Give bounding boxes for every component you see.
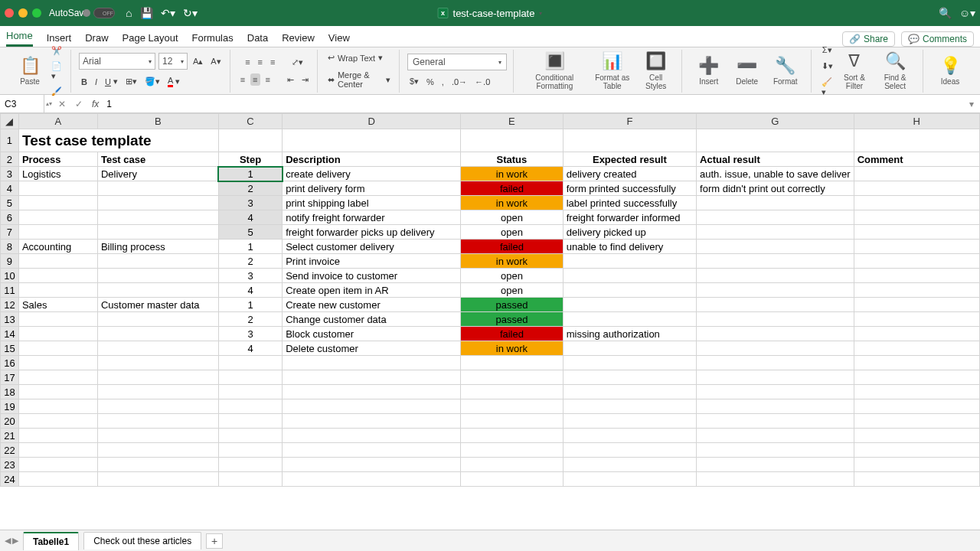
column-header[interactable]: Status [461, 152, 564, 167]
delete-cells-button[interactable]: ➖Delete [728, 56, 766, 86]
cell-description[interactable]: print delivery form [283, 181, 461, 196]
tab-data[interactable]: Data [247, 29, 268, 47]
col-header-A[interactable]: A [18, 114, 97, 129]
comma-icon[interactable]: , [439, 76, 446, 88]
tab-draw[interactable]: Draw [85, 29, 108, 47]
cell-actual[interactable]: auth. issue, unable to save deliver [697, 167, 854, 181]
cell-status[interactable]: passed [461, 298, 564, 312]
align-bottom-icon[interactable]: ≡ [268, 56, 277, 68]
bold-button[interactable]: B [79, 76, 90, 88]
account-icon[interactable]: ☺▾ [959, 7, 975, 19]
cell-step[interactable]: 2 [218, 181, 282, 196]
align-right-icon[interactable]: ≡ [263, 73, 273, 86]
format-cells-button[interactable]: 🔧Format [766, 56, 805, 86]
cell[interactable] [697, 385, 854, 399]
row-header-23[interactable]: 23 [1, 458, 19, 472]
cell-expected[interactable]: delivery picked up [563, 225, 696, 240]
cell-testcase[interactable] [97, 327, 218, 341]
cell[interactable] [18, 443, 97, 458]
cell[interactable] [283, 429, 461, 443]
cell-testcase[interactable] [97, 283, 218, 298]
row-header-10[interactable]: 10 [1, 269, 19, 283]
row-header-20[interactable]: 20 [1, 414, 19, 429]
cell[interactable] [283, 458, 461, 472]
cell-description[interactable]: Create open item in AR [283, 283, 461, 298]
cell-testcase[interactable] [97, 225, 218, 240]
cell-description[interactable]: Select customer delivery [283, 240, 461, 254]
cell-actual[interactable]: form didn't print out correctly [697, 181, 854, 196]
align-left-icon[interactable]: ≡ [238, 73, 247, 86]
cell-step[interactable]: 2 [218, 254, 282, 269]
row-header-12[interactable]: 12 [1, 298, 19, 312]
column-header[interactable]: Process [18, 152, 97, 167]
col-header-H[interactable]: H [854, 114, 979, 129]
cell-status[interactable]: failed [461, 327, 564, 341]
wrap-text-button[interactable]: ↩ Wrap Text▾ [325, 51, 385, 64]
cell[interactable] [283, 443, 461, 458]
row-header-6[interactable]: 6 [1, 210, 19, 225]
cell-comment[interactable] [854, 341, 979, 356]
cell[interactable] [697, 129, 854, 152]
cell-testcase[interactable] [97, 181, 218, 196]
row-header-3[interactable]: 3 [1, 167, 19, 181]
cell-step[interactable]: 1 [218, 167, 282, 181]
sheet-tab-2[interactable]: Check out these articles [83, 532, 201, 549]
cell-testcase[interactable] [97, 196, 218, 210]
cell-comment[interactable] [854, 327, 979, 341]
cell-status[interactable]: open [461, 283, 564, 298]
row-header-5[interactable]: 5 [1, 196, 19, 210]
cell[interactable] [18, 429, 97, 443]
cell[interactable] [563, 356, 696, 370]
cell-description[interactable]: freight forwarder picks up delivery [283, 225, 461, 240]
cut-icon[interactable]: ✂️ [49, 44, 64, 57]
align-middle-icon[interactable]: ≡ [256, 56, 265, 68]
cell[interactable] [854, 356, 979, 370]
cell-comment[interactable] [854, 254, 979, 269]
cell-step[interactable]: 4 [218, 283, 282, 298]
minimize-window-icon[interactable] [18, 8, 28, 18]
format-as-table-button[interactable]: 📊Format as Table [588, 52, 637, 90]
cell-description[interactable]: Create new customer [283, 298, 461, 312]
cell-expected[interactable]: freight forwarder informed [563, 210, 696, 225]
row-header-4[interactable]: 4 [1, 181, 19, 196]
sort-filter-button[interactable]: ᐁSort & Filter [835, 52, 874, 90]
cell[interactable] [18, 356, 97, 370]
currency-icon[interactable]: $▾ [407, 75, 421, 88]
cell[interactable] [218, 399, 282, 414]
cell[interactable] [697, 429, 854, 443]
cell-process[interactable] [18, 225, 97, 240]
column-header[interactable]: Actual result [697, 152, 854, 167]
tab-home[interactable]: Home [6, 27, 33, 47]
sheet-tab-1[interactable]: Tabelle1 [23, 532, 79, 550]
increase-font-icon[interactable]: A▴ [191, 55, 205, 68]
cell-description[interactable]: Delete customer [283, 341, 461, 356]
cell-description[interactable]: Send invoice to customer [283, 269, 461, 283]
cell-comment[interactable] [854, 240, 979, 254]
cell-actual[interactable] [697, 269, 854, 283]
tab-page-layout[interactable]: Page Layout [122, 29, 178, 47]
cell[interactable] [461, 385, 564, 399]
insert-cells-button[interactable]: ➕Insert [690, 56, 728, 86]
cell-actual[interactable] [697, 254, 854, 269]
cell[interactable] [283, 370, 461, 385]
cell[interactable] [283, 129, 461, 152]
cell-step[interactable]: 2 [218, 312, 282, 327]
row-header-22[interactable]: 22 [1, 443, 19, 458]
column-header[interactable]: Test case [97, 152, 218, 167]
cell-step[interactable]: 4 [218, 341, 282, 356]
cell-testcase[interactable] [97, 341, 218, 356]
cell-step[interactable]: 3 [218, 269, 282, 283]
clear-icon[interactable]: 🧹▾ [819, 76, 835, 99]
cell[interactable] [18, 385, 97, 399]
cell[interactable] [218, 129, 282, 152]
cell-comment[interactable] [854, 298, 979, 312]
cell-comment[interactable] [854, 196, 979, 210]
cell-process[interactable] [18, 181, 97, 196]
cell-process[interactable] [18, 269, 97, 283]
cell-process[interactable] [18, 327, 97, 341]
cell[interactable] [563, 414, 696, 429]
cell[interactable] [97, 385, 218, 399]
formula-input[interactable]: 1 [103, 99, 963, 109]
sheet-nav-prev-icon[interactable]: ◀ [5, 536, 11, 546]
cell-status[interactable]: failed [461, 181, 564, 196]
